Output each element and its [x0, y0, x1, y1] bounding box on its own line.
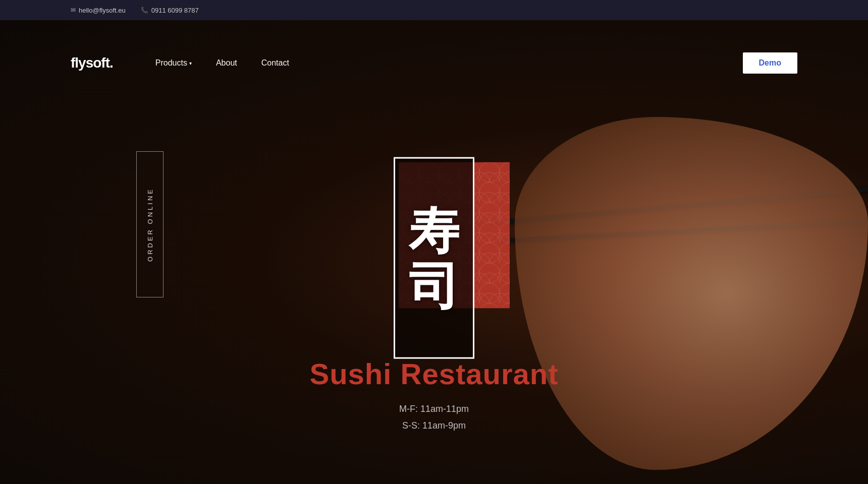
email-address: hello@flysoft.eu	[79, 7, 126, 14]
weekend-hours: S-S: 11am-9pm	[0, 417, 868, 434]
hero-section: flysoft. Products ▾ About Contact Demo O…	[0, 20, 868, 484]
center-card-area: 寿司	[356, 152, 512, 364]
order-online-label: ORDER ONLINE	[147, 188, 153, 262]
topbar-email: ✉ hello@flysoft.eu	[71, 7, 126, 14]
weekday-hours: M-F: 11am-11pm	[0, 401, 868, 417]
kanji-characters: 寿司	[395, 203, 473, 314]
nav-links: Products ▾ About Contact	[143, 58, 743, 68]
chevron-down-icon: ▾	[189, 60, 192, 66]
order-online-box[interactable]: ORDER ONLINE	[136, 151, 164, 297]
nav-contact[interactable]: Contact	[249, 58, 301, 68]
hero-bottom-text: Sushi Restaurant M-F: 11am-11pm S-S: 11a…	[0, 357, 868, 434]
nav-products[interactable]: Products ▾	[143, 58, 204, 68]
logo[interactable]: flysoft.	[71, 55, 113, 71]
restaurant-name: Sushi Restaurant	[0, 357, 868, 391]
operating-hours: M-F: 11am-11pm S-S: 11am-9pm	[0, 401, 868, 434]
email-icon: ✉	[71, 7, 76, 14]
demo-button[interactable]: Demo	[743, 52, 797, 74]
phone-number: 0911 6099 8787	[151, 7, 199, 14]
sushi-card: 寿司	[394, 157, 474, 359]
phone-icon: 📞	[141, 7, 148, 14]
navbar: flysoft. Products ▾ About Contact Demo	[0, 40, 868, 86]
topbar-phone: 📞 0911 6099 8787	[141, 7, 199, 14]
topbar: ✉ hello@flysoft.eu 📞 0911 6099 8787	[0, 0, 868, 20]
nav-about[interactable]: About	[204, 58, 249, 68]
